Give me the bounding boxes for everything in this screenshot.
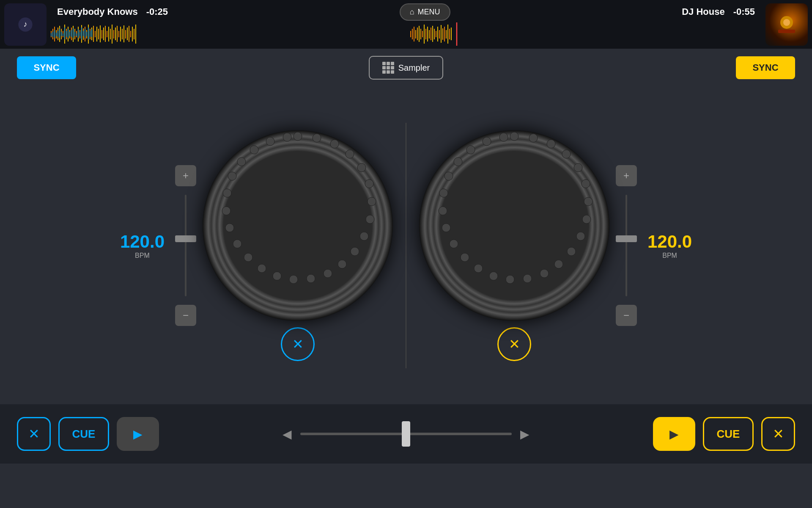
close-button-left[interactable]: ✕ [281,327,315,361]
play-icon-left: ▶ [133,427,143,441]
svg-point-134 [283,133,291,141]
waveform-display[interactable] [51,22,761,46]
svg-point-152 [567,247,576,256]
svg-rect-34 [103,28,104,40]
svg-point-157 [489,272,498,280]
turntable-left[interactable] [203,130,393,321]
cue-button-right[interactable]: CUE [703,417,754,451]
svg-rect-101 [447,25,448,44]
svg-rect-57 [56,33,57,36]
svg-rect-97 [441,25,442,43]
svg-rect-72 [81,28,82,39]
turntable-right[interactable] [419,130,609,321]
bpm-label-left: BPM [120,252,165,260]
svg-rect-49 [129,26,129,42]
svg-rect-92 [432,26,433,42]
bottom-right-controls: ▶ CUE ✕ [653,417,795,451]
svg-rect-93 [434,29,435,39]
turntable-left-container: ✕ [203,130,393,361]
svg-rect-43 [118,31,119,37]
sync-button-left[interactable]: SYNC [17,56,76,79]
svg-rect-83 [417,28,418,40]
svg-rect-37 [108,27,109,41]
svg-rect-31 [98,29,99,39]
sync-button-right[interactable]: SYNC [736,56,795,79]
svg-rect-32 [100,25,101,42]
crossfader-area: ◀ ▶ [159,427,653,441]
crossfader-left-arrow[interactable]: ◀ [283,427,292,441]
x-button-left[interactable]: ✕ [17,417,51,451]
svg-point-145 [547,140,555,148]
svg-rect-99 [444,27,445,41]
svg-rect-95 [437,27,438,41]
pitch-plus-right[interactable]: + [616,165,637,186]
svg-rect-98 [442,28,443,40]
svg-point-168 [499,133,508,141]
pitch-slider-right[interactable]: + − [616,165,637,326]
svg-point-113 [357,163,366,172]
svg-point-156 [506,275,514,284]
x-icon-left: ✕ [28,426,40,442]
close-button-right[interactable]: ✕ [497,327,531,361]
right-track-thumb[interactable] [765,3,808,46]
svg-rect-89 [427,27,428,41]
play-button-left[interactable]: ▶ [117,417,159,451]
svg-point-117 [360,232,368,240]
svg-point-130 [228,172,236,180]
svg-rect-81 [414,27,414,41]
x-button-right[interactable]: ✕ [761,417,795,451]
svg-point-144 [529,134,538,142]
svg-rect-75 [86,32,87,36]
svg-rect-102 [449,29,450,39]
svg-rect-51 [132,27,133,41]
svg-rect-90 [429,30,430,39]
svg-rect-35 [105,26,106,42]
pitch-handle-left[interactable] [175,235,196,242]
left-track-thumb[interactable]: ♪ [4,3,47,46]
svg-rect-30 [96,27,97,41]
svg-rect-28 [93,26,94,42]
svg-point-118 [351,247,359,256]
svg-rect-78 [91,29,92,37]
svg-point-167 [483,137,491,146]
crossfader-right-arrow[interactable]: ▶ [520,427,529,441]
svg-rect-67 [73,28,74,38]
x-icon-right: ✕ [773,426,784,442]
svg-rect-60 [61,32,62,36]
pitch-handle-right[interactable] [616,235,637,242]
svg-rect-80 [412,29,413,39]
svg-point-116 [366,215,374,224]
svg-point-120 [324,269,332,278]
svg-point-112 [346,150,354,158]
svg-point-131 [237,157,246,166]
svg-rect-29 [95,31,96,37]
svg-rect-53 [135,25,136,44]
pitch-slider-left[interactable]: + − [175,165,196,326]
top-bar: ♪ Everybody Knows -0:25 ⌂ MENU DJ House … [0,0,812,49]
svg-rect-40 [113,30,114,39]
svg-rect-70 [78,29,79,38]
svg-point-129 [223,189,231,197]
svg-point-166 [466,146,475,154]
bpm-display-right: 120.0 BPM [647,232,692,260]
svg-rect-94 [436,31,436,37]
svg-text:♪: ♪ [23,19,27,28]
svg-rect-38 [110,29,111,39]
menu-button[interactable]: ⌂ MENU [400,3,450,21]
svg-point-106 [783,19,790,26]
svg-rect-96 [439,30,440,39]
pitch-minus-left[interactable]: − [175,305,196,326]
grid-icon [382,62,394,74]
crossfader-handle[interactable] [402,421,410,447]
svg-point-119 [338,260,346,268]
crossfader-track[interactable] [300,433,512,435]
controls-top-row: SYNC Sampler SYNC [0,49,812,87]
pitch-plus-left[interactable]: + [175,165,196,186]
svg-point-148 [582,179,590,188]
pitch-minus-right[interactable]: − [616,305,637,326]
svg-rect-54 [51,33,52,36]
play-button-right[interactable]: ▶ [653,417,695,451]
svg-rect-41 [115,28,116,40]
sampler-button[interactable]: Sampler [369,56,443,80]
cue-button-left[interactable]: CUE [58,417,109,451]
